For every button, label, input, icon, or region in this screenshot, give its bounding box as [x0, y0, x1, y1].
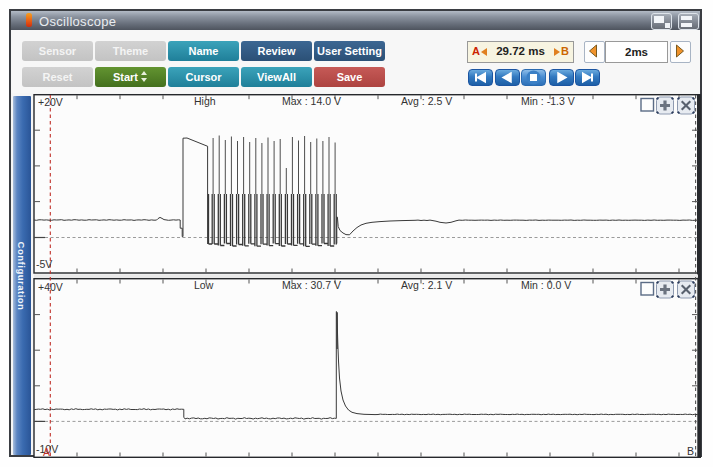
svg-text:A: A — [43, 446, 50, 458]
svg-text:High: High — [194, 95, 216, 107]
svg-text:+20V: +20V — [38, 96, 63, 108]
svg-text:Avg : 2.1 V: Avg : 2.1 V — [401, 279, 452, 291]
svg-text:Low: Low — [194, 279, 214, 291]
svg-text:Min : 0.0 V: Min : 0.0 V — [521, 279, 571, 291]
svg-text:B: B — [687, 445, 694, 457]
svg-text:Min : -1.3 V: Min : -1.3 V — [521, 95, 575, 107]
svg-text:Max : 30.7 V: Max : 30.7 V — [282, 279, 341, 291]
svg-text:+40V: +40V — [38, 280, 63, 292]
svg-text:Max : 14.0 V: Max : 14.0 V — [282, 95, 341, 107]
svg-text:Avg : 2.5 V: Avg : 2.5 V — [401, 95, 452, 107]
svg-text:-5V: -5V — [36, 257, 52, 269]
